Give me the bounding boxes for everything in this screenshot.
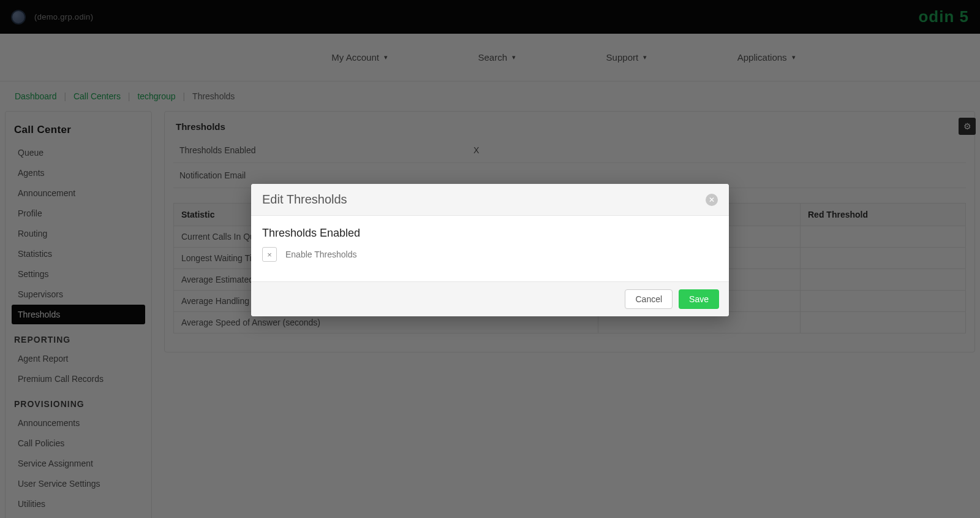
modal-overlay[interactable]: Edit Thresholds ✕ Thresholds Enabled × E… bbox=[0, 0, 980, 518]
modal-footer: Cancel Save bbox=[251, 281, 729, 316]
toggle-label: Enable Thresholds bbox=[285, 249, 356, 259]
save-button[interactable]: Save bbox=[679, 289, 719, 309]
modal-title: Edit Thresholds bbox=[262, 192, 347, 207]
toggle-off-icon: × bbox=[267, 250, 272, 259]
edit-thresholds-dialog: Edit Thresholds ✕ Thresholds Enabled × E… bbox=[251, 184, 729, 316]
enable-thresholds-row: × Enable Thresholds bbox=[262, 247, 718, 262]
cancel-button[interactable]: Cancel bbox=[625, 289, 673, 309]
modal-body: Thresholds Enabled × Enable Thresholds bbox=[251, 216, 729, 281]
close-button[interactable]: ✕ bbox=[706, 194, 718, 206]
enable-thresholds-toggle[interactable]: × bbox=[262, 247, 277, 262]
close-icon: ✕ bbox=[709, 196, 715, 204]
modal-section-title: Thresholds Enabled bbox=[262, 227, 718, 240]
modal-header: Edit Thresholds ✕ bbox=[251, 184, 729, 216]
